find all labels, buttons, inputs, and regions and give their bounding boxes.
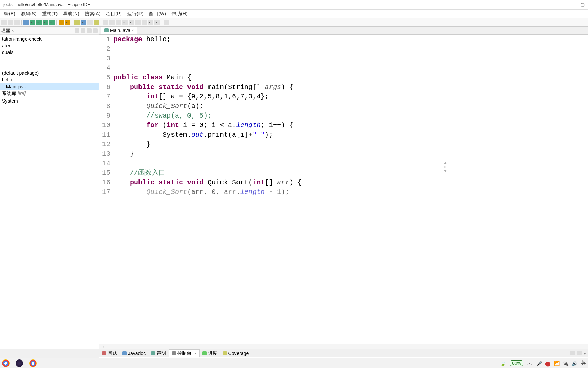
new-package-icon[interactable] xyxy=(59,20,64,25)
tab-console[interactable]: 控制台× xyxy=(169,349,199,357)
package-explorer: 理器 tation-range-check ater quals (defaul… xyxy=(0,27,99,349)
code-editor[interactable]: 123 456 789 101112 131415 1617 package h… xyxy=(99,35,588,344)
close-icon[interactable]: × xyxy=(132,28,134,32)
explorer-title: 理器 xyxy=(1,28,10,33)
tab-coverage[interactable]: Coverage xyxy=(220,350,252,357)
explorer-header: 理器 xyxy=(0,27,99,35)
menu-source[interactable]: 源码(S) xyxy=(18,10,39,18)
leaf-icon[interactable]: 🍃 xyxy=(500,361,506,366)
save-icon[interactable] xyxy=(8,20,13,25)
tab-main-java[interactable]: Main.java × xyxy=(101,26,137,34)
wifi-icon[interactable]: 📶 xyxy=(554,361,559,366)
explorer-tools xyxy=(75,28,98,33)
toggle-highlight-icon[interactable] xyxy=(94,20,99,25)
tree-main-java[interactable]: Main.java xyxy=(0,83,99,90)
menu-help[interactable]: 帮助(H) xyxy=(169,10,190,18)
separator-icon xyxy=(21,20,22,25)
bottom-tabs: 问题 Javadoc 声明 控制台× 进度 Coverage ▾ xyxy=(99,349,588,357)
display-console-icon[interactable] xyxy=(577,351,582,355)
power-icon[interactable]: 🔌 xyxy=(563,361,568,366)
line-gutter: 123 456 789 101112 131415 1617 xyxy=(99,35,112,344)
forward-icon[interactable] xyxy=(135,20,141,25)
forward3-icon[interactable] xyxy=(154,20,160,25)
save-all-icon[interactable] xyxy=(14,20,20,25)
maximize-button[interactable]: ▢ xyxy=(581,2,585,7)
tree-item[interactable]: ater xyxy=(0,42,99,49)
open-type-icon[interactable] xyxy=(74,20,80,25)
close-icon[interactable]: × xyxy=(194,351,196,355)
collapse-all-icon[interactable] xyxy=(75,28,79,33)
separator-icon xyxy=(162,20,162,25)
toggle-mark-icon[interactable] xyxy=(87,20,93,25)
tab-javadoc[interactable]: Javadoc xyxy=(120,350,148,357)
search-icon[interactable] xyxy=(81,20,86,25)
open-icon[interactable] xyxy=(23,20,29,25)
next-annotation-icon[interactable] xyxy=(103,20,108,25)
tree-item[interactable]: tation-range-check xyxy=(0,35,99,42)
close-icon[interactable] xyxy=(12,28,15,31)
tree-hello[interactable]: hello xyxy=(0,76,99,83)
menubar: 辑(E) 源码(S) 重构(T) 导航(N) 搜索(A) 项目(P) 运行(R)… xyxy=(0,10,588,18)
toolbar xyxy=(0,18,588,27)
mic-icon[interactable]: 🎤 xyxy=(536,361,541,366)
battery-badge[interactable]: 60% xyxy=(510,360,523,366)
tree-item[interactable]: quals xyxy=(0,49,99,56)
chevron-up-icon[interactable]: ︿ xyxy=(527,360,532,366)
new-class-icon[interactable] xyxy=(65,20,70,25)
forward2-icon[interactable] xyxy=(142,20,147,25)
chrome2-icon[interactable] xyxy=(29,359,37,367)
pin-console-icon[interactable] xyxy=(570,351,575,355)
tab-problems[interactable]: 问题 xyxy=(99,350,120,357)
view-menu-icon[interactable] xyxy=(93,28,98,33)
separator-icon xyxy=(101,20,101,25)
menu-run[interactable]: 运行(R) xyxy=(125,10,146,18)
new-icon[interactable] xyxy=(1,20,7,25)
editor-tabs: Main.java × xyxy=(99,27,588,35)
tree-package[interactable]: (default package) xyxy=(0,70,99,76)
code-content[interactable]: package hello; public class Main { publi… xyxy=(112,35,588,344)
tab-declaration[interactable]: 声明 xyxy=(148,350,169,357)
show-whitespace-icon[interactable] xyxy=(116,20,121,25)
tab-label: Main.java xyxy=(110,28,130,33)
main-area: 理器 tation-range-check ater quals (defaul… xyxy=(0,27,588,349)
scroll-indicator xyxy=(444,162,447,172)
separator-icon xyxy=(56,20,57,25)
run-last-icon[interactable] xyxy=(49,20,55,25)
pin-icon[interactable] xyxy=(164,20,169,25)
minimize-button[interactable]: — xyxy=(569,2,574,7)
debug-icon[interactable] xyxy=(30,20,35,25)
tree-system[interactable]: System xyxy=(0,97,99,104)
menu-project[interactable]: 项目(P) xyxy=(103,10,125,18)
tree-syslib[interactable]: 系统库 [jre] xyxy=(0,90,99,97)
last-edit-icon[interactable] xyxy=(122,20,128,25)
back2-icon[interactable] xyxy=(148,20,153,25)
editor-area: Main.java × 123 456 789 101112 131415 16… xyxy=(99,27,588,349)
titlebar: jects - hello/src/hello/Main.java - Ecli… xyxy=(0,0,588,10)
coverage-icon[interactable] xyxy=(43,20,48,25)
os-taskbar: 🍃 60% ︿ 🎤 ⬤ 📶 🔌 🔊 英 xyxy=(0,358,588,368)
window-title: jects - hello/src/hello/Main.java - Ecli… xyxy=(3,2,91,7)
back-icon[interactable] xyxy=(129,20,134,25)
prev-annotation-icon[interactable] xyxy=(109,20,115,25)
menu-window[interactable]: 窗口(W) xyxy=(146,10,169,18)
menu-edit[interactable]: 辑(E) xyxy=(1,10,18,18)
explorer-tree: tation-range-check ater quals (default p… xyxy=(0,35,99,349)
tab-progress[interactable]: 进度 xyxy=(200,350,220,357)
horizontal-scrollbar[interactable]: ‹ xyxy=(99,344,588,349)
eclipse-icon[interactable] xyxy=(16,359,23,367)
volume-icon[interactable]: 🔊 xyxy=(572,361,576,366)
separator-icon xyxy=(72,20,72,25)
window-controls: — ▢ xyxy=(569,2,585,7)
run-icon[interactable] xyxy=(36,20,42,25)
menu-navigate[interactable]: 导航(N) xyxy=(60,10,82,18)
menu-refactor[interactable]: 重构(T) xyxy=(39,10,60,18)
menu-search[interactable]: 搜索(A) xyxy=(82,10,103,18)
java-file-icon xyxy=(104,28,109,32)
chrome-icon[interactable] xyxy=(2,359,10,367)
link-editor-icon[interactable] xyxy=(81,28,85,33)
filter-icon[interactable] xyxy=(87,28,92,33)
antivirus-icon[interactable]: ⬤ xyxy=(545,361,550,366)
ime-indicator[interactable]: 英 xyxy=(581,359,586,367)
console-menu-icon[interactable]: ▾ xyxy=(584,351,586,356)
